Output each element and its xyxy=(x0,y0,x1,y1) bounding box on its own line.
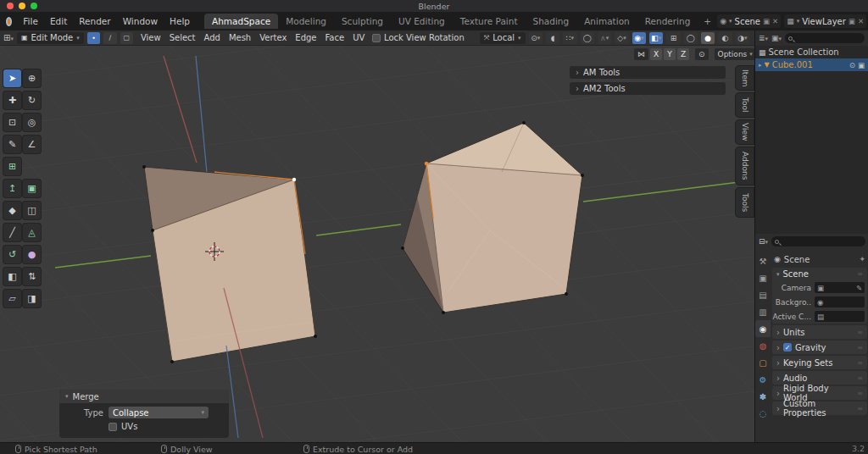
panel-audio[interactable]: ›Audio≡ xyxy=(772,371,867,385)
menu-help[interactable]: Help xyxy=(164,16,196,26)
npanel-tab-item[interactable]: Item xyxy=(736,66,754,90)
viewport-menu-view[interactable]: View xyxy=(136,33,165,42)
object-label[interactable]: Cube.001 xyxy=(772,60,813,69)
tool-measure[interactable]: ∠ xyxy=(23,136,41,153)
npanel-tab-view[interactable]: View xyxy=(736,120,754,144)
workspace-tab-modeling[interactable]: Modeling xyxy=(278,14,334,29)
mirror-y-button[interactable]: Y xyxy=(664,48,676,60)
outliner-display-mode-dropdown[interactable]: ≣▾ xyxy=(759,34,768,42)
viewport-menu-vertex[interactable]: Vertex xyxy=(255,33,291,42)
properties-tab-tool[interactable]: ⚒ xyxy=(755,252,771,269)
field-input[interactable]: ◉ xyxy=(815,296,865,307)
tool-shear[interactable]: ▱ xyxy=(3,290,21,307)
properties-tab-modifiers[interactable]: ⚙ xyxy=(755,371,771,388)
tool-smooth[interactable]: ● xyxy=(23,246,41,263)
collection-label[interactable]: Scene Collection xyxy=(769,47,839,57)
pivot-point-dropdown[interactable]: ⊙▾ xyxy=(529,32,542,44)
npanel-am-tools[interactable]: ›AM Tools xyxy=(570,66,726,79)
workspace-tab-uv-editing[interactable]: UV Editing xyxy=(391,14,453,29)
menu-edit[interactable]: Edit xyxy=(44,16,73,26)
field-input[interactable]: ▣✎ xyxy=(815,282,865,293)
hide-viewport-eye-icon[interactable]: ⊙ xyxy=(849,61,855,69)
expand-arrow-icon[interactable]: ▸ xyxy=(759,62,762,69)
outliner-row-scene-collection[interactable]: ▦ Scene Collection xyxy=(755,46,868,58)
tool-knife[interactable]: ╱ xyxy=(3,224,21,241)
scene-name[interactable]: Scene xyxy=(735,17,761,26)
editor-type-icon[interactable]: ⊟▾ xyxy=(759,237,768,246)
tool-rip-region[interactable]: ◨ xyxy=(23,290,41,307)
viewport-menu-select[interactable]: Select xyxy=(165,33,200,42)
npanel-am2-tools[interactable]: ›AM2 Tools xyxy=(570,82,726,95)
panel-custom-properties[interactable]: ›Custom Properties≡ xyxy=(772,401,867,415)
properties-tab-world[interactable]: ◍ xyxy=(755,337,771,354)
uvs-checkbox[interactable] xyxy=(108,423,117,431)
tool-select-box[interactable]: ➤ xyxy=(3,69,21,87)
lock-view-rotation-checkbox[interactable] xyxy=(372,34,381,42)
properties-tab-view-layer[interactable]: ▥ xyxy=(755,303,771,320)
viewlayer-browse-icon[interactable]: ▦ xyxy=(787,17,794,25)
pin-icon[interactable]: ✦ xyxy=(859,255,865,263)
scene-selector[interactable]: ◉▾ Scene ▣ ✕ xyxy=(717,14,781,28)
viewport-menu-uv[interactable]: UV xyxy=(348,33,369,42)
proportional-falloff-dropdown[interactable]: ∧▾ xyxy=(598,32,611,44)
tool-move[interactable]: ✚ xyxy=(3,91,21,109)
properties-tab-scene[interactable]: ◉ xyxy=(755,320,771,337)
panel-gravity[interactable]: ›✓Gravity≡ xyxy=(772,340,867,354)
properties-tab-object[interactable]: ▢ xyxy=(755,354,771,371)
shading-solid-button[interactable]: ◯ xyxy=(684,32,698,44)
vertex-select-button[interactable]: ∙ xyxy=(87,32,100,44)
panel-keying-sets[interactable]: ›Keying Sets≡ xyxy=(772,356,867,369)
tool-spin[interactable]: ↺ xyxy=(3,246,21,263)
show-overlays-dropdown[interactable]: ◉▾ xyxy=(632,32,646,44)
tool-extrude-region[interactable]: ↥ xyxy=(3,180,21,197)
shading-dropdown[interactable]: ◑▾ xyxy=(736,32,749,44)
properties-tab-particles[interactable]: ✽ xyxy=(755,388,771,405)
blender-logo-icon[interactable] xyxy=(6,17,12,26)
properties-tab-physics[interactable]: ◌ xyxy=(755,405,771,422)
scene-browse-icon[interactable]: ◉ xyxy=(720,17,726,25)
workspace-tab-ahmadspace[interactable]: AhmadSpace xyxy=(204,14,278,29)
tool-inset-faces[interactable]: ▣ xyxy=(23,180,41,197)
3d-viewport[interactable] xyxy=(0,46,754,442)
shading-rendered-button[interactable]: ◐ xyxy=(718,32,732,44)
new-scene-icon[interactable]: ▣ xyxy=(763,17,770,25)
merge-type-select[interactable]: Collapse ▾ xyxy=(108,407,209,418)
properties-tab-output[interactable]: ▤ xyxy=(755,286,771,303)
workspace-tab-shading[interactable]: Shading xyxy=(526,14,577,29)
orientation-dropdown[interactable]: ⤧ Local ▾ xyxy=(480,32,526,44)
viewport-menu-add[interactable]: Add xyxy=(200,33,225,42)
mode-dropdown[interactable]: ▣ Edit Mode ▾ xyxy=(17,32,84,44)
operator-panel-header[interactable]: ▾ Merge xyxy=(59,390,229,403)
tool-edge-slide[interactable]: ◧ xyxy=(3,268,21,285)
npanel-tab-tools[interactable]: Tools xyxy=(736,188,754,217)
viewport-menu-mesh[interactable]: Mesh xyxy=(225,33,255,42)
eyedropper-icon[interactable]: ✎ xyxy=(856,284,862,292)
mirror-x-button[interactable]: X xyxy=(650,48,662,60)
viewlayer-selector[interactable]: ▦▾ ViewLayer ▣ ✕ xyxy=(784,14,866,28)
menu-render[interactable]: Render xyxy=(73,16,116,26)
field-input[interactable]: ▤ xyxy=(815,311,865,322)
shading-material-button[interactable]: ● xyxy=(701,32,715,44)
tool-rotate[interactable]: ↻ xyxy=(23,91,41,109)
viewlayer-name[interactable]: ViewLayer xyxy=(802,17,846,26)
snap-base-icon[interactable]: ⊙ xyxy=(695,48,709,60)
viewport-menu-face[interactable]: Face xyxy=(321,33,349,42)
add-workspace-button[interactable]: + xyxy=(698,16,717,26)
scene-panel-header[interactable]: ▾ Scene ≡ xyxy=(772,268,867,280)
properties-search-input[interactable] xyxy=(771,236,865,246)
mirror-z-button[interactable]: Z xyxy=(677,48,689,60)
snap-with-dropdown[interactable]: ∷▾ xyxy=(563,32,576,44)
face-select-button[interactable]: ▢ xyxy=(120,32,133,44)
xray-toggle[interactable]: ◧▾ xyxy=(649,32,663,44)
tool-transform[interactable]: ◎ xyxy=(23,114,41,131)
proportional-edit-toggle[interactable]: ◯ xyxy=(581,32,594,44)
tool-shrink-fatten[interactable]: ⇅ xyxy=(23,268,41,285)
outliner-search-input[interactable] xyxy=(785,33,865,43)
workspace-tab-sculpting[interactable]: Sculpting xyxy=(334,14,391,29)
workspace-tab-rendering[interactable]: Rendering xyxy=(637,14,698,29)
outliner-filter-dropdown[interactable]: ▣▾ xyxy=(771,34,782,42)
npanel-tab-tool[interactable]: Tool xyxy=(736,93,754,117)
tool-bevel[interactable]: ◆ xyxy=(3,202,21,219)
viewport-menu-edge[interactable]: Edge xyxy=(291,33,320,42)
unlink-scene-icon[interactable]: ✕ xyxy=(772,17,778,25)
